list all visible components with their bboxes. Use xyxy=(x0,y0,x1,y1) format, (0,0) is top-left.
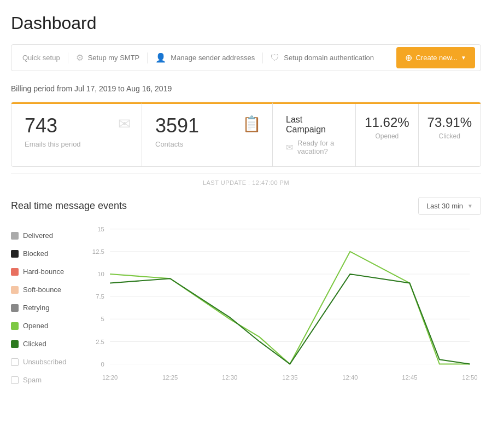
smtp-setup-item[interactable]: ⚙ Setup my SMTP xyxy=(71,45,145,71)
campaign-stat-card: Last Campaign ✉ Ready for a vacation? 11… xyxy=(273,102,481,166)
svg-text:7.5: 7.5 xyxy=(96,293,104,300)
setup-bar: Quick setup ⚙ Setup my SMTP 👤 Manage sen… xyxy=(11,44,481,71)
create-new-button[interactable]: ⊕ Create new... ▼ xyxy=(396,47,475,68)
legend-item-clicked: Clicked xyxy=(11,340,87,348)
svg-text:2.5: 2.5 xyxy=(96,339,104,345)
chart-area: Delivered Blocked Hard-bounce Soft-bounc… xyxy=(11,226,481,403)
domain-label: Setup domain authentication xyxy=(284,54,374,62)
sender-setup-item[interactable]: 👤 Manage sender addresses xyxy=(150,45,260,71)
chart-title: Real time message events xyxy=(11,200,127,212)
svg-text:12:20: 12:20 xyxy=(102,374,118,381)
page-title: Dashboard xyxy=(11,13,481,33)
quick-setup-item[interactable]: Quick setup xyxy=(17,46,66,69)
create-label: Create new... xyxy=(415,54,458,62)
time-range-arrow-icon: ▼ xyxy=(467,203,473,209)
opened-line xyxy=(110,252,470,364)
svg-text:12:45: 12:45 xyxy=(402,374,417,381)
opened-label: Opened xyxy=(365,132,409,140)
line-chart: 0 2.5 5 7.5 10 12.5 15 12:20 12:25 12:30… xyxy=(87,226,481,401)
opened-pct: 11.62% xyxy=(365,115,409,130)
emails-count: 743 xyxy=(25,115,128,137)
legend-item-spam: Spam xyxy=(11,376,87,384)
legend-item-blocked: Blocked xyxy=(11,249,87,258)
campaign-name: Ready for a vacation? xyxy=(297,139,342,155)
svg-text:12.5: 12.5 xyxy=(92,248,104,255)
legend-item-delivered: Delivered xyxy=(11,231,87,240)
svg-text:5: 5 xyxy=(101,316,104,322)
chart-legend: Delivered Blocked Hard-bounce Soft-bounc… xyxy=(11,226,87,403)
campaign-info: Last Campaign ✉ Ready for a vacation? xyxy=(273,104,355,166)
create-plus-icon: ⊕ xyxy=(405,53,412,63)
clicked-metric: 73.91% Clicked xyxy=(418,104,481,166)
svg-text:12:50: 12:50 xyxy=(462,374,477,381)
sender-icon: 👤 xyxy=(155,53,166,63)
emails-label: Emails this period xyxy=(25,140,128,148)
legend-item-soft-bounce: Soft-bounce xyxy=(11,286,87,294)
create-arrow-icon: ▼ xyxy=(461,55,466,61)
domain-icon: 🛡 xyxy=(271,53,279,63)
svg-text:12:40: 12:40 xyxy=(342,374,358,381)
legend-item-unsubscribed: Unsubscribed xyxy=(11,358,87,366)
legend-item-opened: Opened xyxy=(11,322,87,330)
time-range-select[interactable]: Last 30 min ▼ xyxy=(418,197,481,215)
contacts-label: Contacts xyxy=(155,140,259,148)
svg-text:0: 0 xyxy=(101,361,104,368)
chart-header: Real time message events Last 30 min ▼ xyxy=(11,197,481,215)
svg-text:12:25: 12:25 xyxy=(162,374,178,381)
campaign-title: Last Campaign xyxy=(286,115,342,135)
opened-metric: 11.62% Opened xyxy=(355,104,418,166)
sender-label: Manage sender addresses xyxy=(171,54,255,62)
smtp-label: Setup my SMTP xyxy=(88,54,140,62)
legend-item-hard-bounce: Hard-bounce xyxy=(11,267,87,276)
svg-text:10: 10 xyxy=(97,271,104,277)
clicked-pct: 73.91% xyxy=(427,115,472,130)
email-icon: ✉ xyxy=(118,115,131,133)
domain-setup-item[interactable]: 🛡 Setup domain authentication xyxy=(265,45,379,71)
stats-row: 743 Emails this period ✉ 3591 Contacts 📋… xyxy=(11,102,481,167)
emails-stat-card: 743 Emails this period ✉ xyxy=(11,102,142,166)
svg-text:15: 15 xyxy=(97,226,104,232)
svg-text:12:35: 12:35 xyxy=(282,374,297,381)
quick-setup-label: Quick setup xyxy=(22,54,60,62)
chart-container: 0 2.5 5 7.5 10 12.5 15 12:20 12:25 12:30… xyxy=(87,226,481,403)
contacts-stat-card: 3591 Contacts 📋 xyxy=(142,102,273,166)
last-update: LAST UPDATE : 12:47:00 PM xyxy=(11,173,481,186)
contacts-icon: 📋 xyxy=(242,115,261,133)
campaign-email-icon: ✉ xyxy=(286,142,293,153)
billing-period: Billing period from Jul 17, 2019 to Aug … xyxy=(11,84,481,93)
clicked-label: Clicked xyxy=(427,132,472,140)
time-range-label: Last 30 min xyxy=(426,202,463,210)
smtp-icon: ⚙ xyxy=(76,53,84,63)
svg-text:12:30: 12:30 xyxy=(222,374,237,381)
legend-item-retrying: Retrying xyxy=(11,304,87,312)
